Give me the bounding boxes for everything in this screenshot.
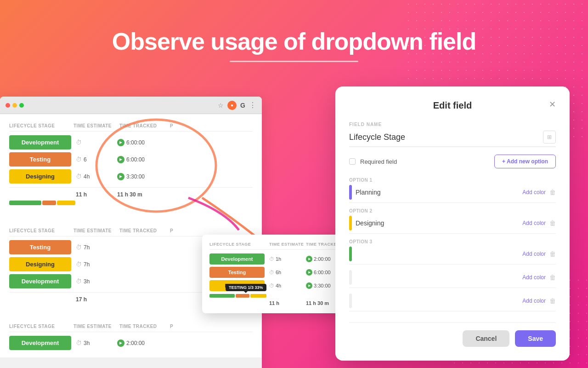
option-input-3[interactable] <box>356 250 519 258</box>
cancel-button[interactable]: Cancel <box>463 330 509 347</box>
field-name-row: ⊞ <box>349 131 556 147</box>
modal-title: Edit field <box>433 100 472 111</box>
cell-estimate-5: ⏱ 7h <box>76 261 117 268</box>
required-checkbox[interactable] <box>349 158 356 165</box>
browser-menu-icon: ⋮ <box>249 101 256 109</box>
header-estimate-2: TIME ESTIMATE <box>74 228 119 233</box>
s-tracked-val-2: 6:00:00 <box>314 270 331 275</box>
browser-avatar: ● <box>227 101 237 110</box>
tracked-value-4: 2:00:00 <box>126 340 145 346</box>
s-estimate-1: ⏱ 1h <box>269 256 306 262</box>
browser-g-icon: G <box>240 102 245 109</box>
clock-icon-2: ⏱ <box>76 156 82 163</box>
progress-segment-green <box>9 201 41 205</box>
badge-development-3[interactable]: Development <box>9 336 71 350</box>
table-header-row-1: LIFECYCLE STAGE TIME ESTIMATE TIME TRACK… <box>9 123 253 132</box>
option-input-row-2: Add color 🗑 <box>349 216 556 234</box>
play-icon-2[interactable]: ▶ <box>117 156 124 163</box>
cell-tracked-7: ▶ 2:00:00 <box>117 339 168 347</box>
header-tracked-2: TIME TRACKED <box>119 228 170 233</box>
progress-segment-orange <box>42 201 56 205</box>
field-name-label: FIELD NAME <box>349 122 556 127</box>
play-icon-3[interactable]: ▶ <box>117 173 124 180</box>
s-total-estimate: 11 h <box>269 300 306 306</box>
total-estimate-1: 11 h <box>76 191 117 198</box>
s-badge-testing[interactable]: Testing <box>209 267 265 278</box>
browser-dots <box>6 103 24 108</box>
delete-icon-5[interactable]: 🗑 <box>549 297 556 305</box>
option-label-3: OPTION 3 <box>349 239 556 244</box>
dot-green[interactable] <box>19 103 24 108</box>
option-input-4[interactable] <box>356 274 519 281</box>
dot-yellow[interactable] <box>12 103 17 108</box>
header-tracked-3: TIME TRACKED <box>119 324 170 329</box>
totals-row-1: 11 h 11 h 30 m <box>9 187 253 198</box>
s-play-1[interactable]: ▶ <box>306 256 312 262</box>
add-color-link-2[interactable]: Add color <box>522 220 546 226</box>
dot-red[interactable] <box>6 103 10 108</box>
option-input-1[interactable] <box>356 189 519 196</box>
badge-development-1[interactable]: Development <box>9 135 71 150</box>
play-icon[interactable]: ▶ <box>117 139 124 146</box>
table-row: Testing ⏱ 6 ▶ 6:00:00 <box>9 152 253 167</box>
table-header-row-3: LIFECYCLE STAGE TIME ESTIMATE TIME TRACK… <box>9 324 253 332</box>
delete-icon-4[interactable]: 🗑 <box>549 274 556 281</box>
delete-icon-3[interactable]: 🗑 <box>549 250 556 258</box>
table-row: Designing ⏱ 4h ▶ 3:30:00 <box>9 169 253 184</box>
badge-designing-1[interactable]: Designing <box>9 169 71 184</box>
badge-testing-1[interactable]: Testing <box>9 152 71 167</box>
add-option-button[interactable]: + Add new option <box>494 155 556 168</box>
clock-icon-6: ⏱ <box>76 278 82 285</box>
delete-icon-1[interactable]: 🗑 <box>549 189 556 196</box>
badge-development-2[interactable]: Development <box>9 274 71 288</box>
cell-estimate-6: ⏱ 3h <box>76 278 117 285</box>
color-swatch-purple <box>349 185 352 200</box>
s-pb-orange <box>236 294 249 298</box>
option-input-2[interactable] <box>356 219 519 227</box>
color-swatch-empty-4 <box>349 270 352 285</box>
badge-testing-2[interactable]: Testing <box>9 240 71 254</box>
s-badge-development[interactable]: Development <box>209 253 265 264</box>
header-p-3: P <box>170 324 193 329</box>
play-icon-4[interactable]: ▶ <box>117 339 124 347</box>
table-section-3: LIFECYCLE STAGE TIME ESTIMATE TIME TRACK… <box>0 315 262 357</box>
add-color-link-3[interactable]: Add color <box>522 251 546 257</box>
field-name-input[interactable] <box>349 132 543 142</box>
s-play-3[interactable]: ▶ <box>306 282 312 289</box>
s-estimate-2: ⏱ 6h <box>269 270 306 275</box>
field-icon-button[interactable]: ⊞ <box>543 131 556 144</box>
clock-icon-5: ⏱ <box>76 261 82 268</box>
option-input-row-1: Add color 🗑 <box>349 185 556 203</box>
header-estimate-1: TIME ESTIMATE <box>74 123 119 128</box>
cell-estimate-4: ⏱ 7h <box>76 244 117 251</box>
cell-estimate-7: ⏱ 3h <box>76 339 117 346</box>
badge-designing-2[interactable]: Designing <box>9 257 71 271</box>
table-row: Development ⏱ 3h ▶ 2:00:00 <box>9 336 253 350</box>
s-pb-yellow <box>250 294 266 298</box>
page-title: Observe usage of dropdown field <box>0 28 588 55</box>
cell-tracked-2: ▶ 6:00:00 <box>117 156 168 163</box>
save-button[interactable]: Save <box>515 330 556 347</box>
add-color-link-4[interactable]: Add color <box>522 274 546 281</box>
option-label-1: OPTION 1 <box>349 178 556 183</box>
total-tracked-1: 11 h 30 m <box>117 191 142 198</box>
option-input-5[interactable] <box>356 297 519 305</box>
s-tracked-val-3: 3:30:00 <box>314 283 331 288</box>
total-estimate-2: 17 h <box>76 296 117 303</box>
clock-icon-7: ⏱ <box>76 339 82 346</box>
cell-tracked-3: ▶ 3:30:00 <box>117 173 168 180</box>
cell-tracked-1: ▶ 6:00:00 <box>117 139 168 146</box>
option-row-1: OPTION 1 Add color 🗑 <box>349 178 556 203</box>
s-estimate-3: ⏱ 4h <box>269 283 306 288</box>
s-total-tracked: 11 h 30 m <box>306 300 329 306</box>
s-play-2[interactable]: ▶ <box>306 269 312 276</box>
close-icon[interactable]: ✕ <box>549 100 556 109</box>
add-color-link-1[interactable]: Add color <box>522 189 546 196</box>
delete-icon-2[interactable]: 🗑 <box>549 219 556 227</box>
color-swatch-green <box>349 247 352 261</box>
table-row: Development ⏱ ▶ 6:00:00 <box>9 135 253 150</box>
add-color-link-5[interactable]: Add color <box>522 298 546 304</box>
progress-bar-1 <box>9 201 253 205</box>
option-input-row-5: Add color 🗑 <box>349 293 556 311</box>
cell-estimate-1: ⏱ <box>76 139 117 146</box>
